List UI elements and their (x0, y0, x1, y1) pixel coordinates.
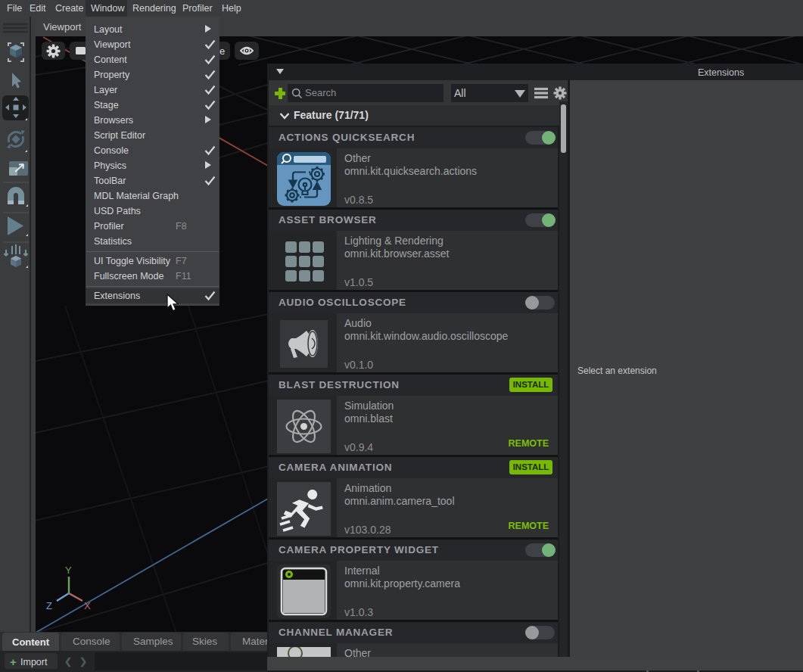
svg-text:Y: Y (65, 565, 72, 576)
svg-text:Z: Z (46, 600, 52, 611)
svg-text:X: X (84, 600, 91, 611)
